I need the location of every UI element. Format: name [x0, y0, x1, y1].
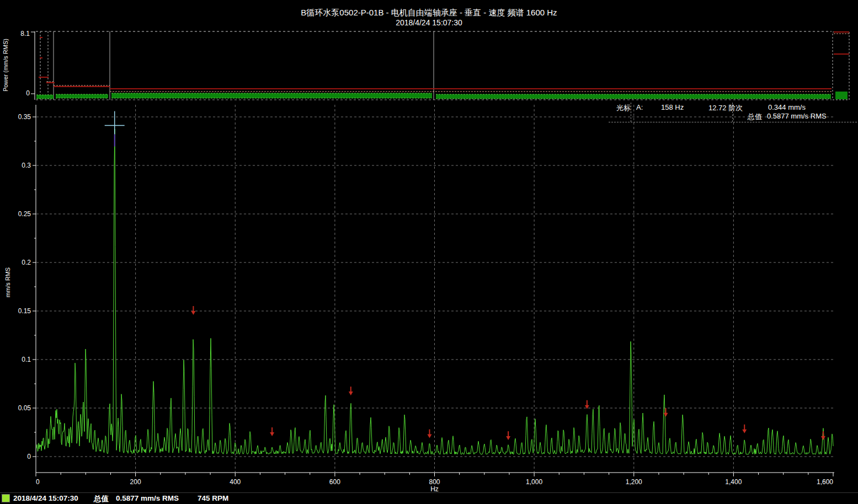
status-timestamp: 2018/4/24 15:07:30 [13, 494, 78, 502]
overview-green-bar [36, 95, 54, 99]
cursor-point-id: A: [636, 103, 643, 111]
status-total-value: 0.5877 mm/s RMS [116, 494, 179, 502]
overview-green-bar [436, 94, 831, 99]
overview-alarm-mark [40, 57, 42, 58]
overview-alarm-mark [40, 37, 42, 38]
x-tick-label: 1,200 [626, 478, 642, 486]
harmonic-marker-arrowhead [191, 311, 195, 315]
harmonic-marker-arrowhead [270, 432, 274, 436]
status-rpm: 745 RPM [198, 494, 228, 502]
overview-rightbox [833, 32, 849, 100]
x-tick-label: 1,600 [817, 478, 833, 486]
cursor-order-value: 12.72 阶次 [708, 103, 743, 113]
cursor-frequency-value: 158 Hz [661, 103, 684, 111]
x-tick-label: 1,000 [526, 478, 542, 486]
main-xlabel: Hz [430, 485, 439, 492]
x-tick-label: 400 [230, 478, 241, 486]
harmonic-marker-arrowhead [664, 413, 668, 417]
chart-header: B循环水泵0502-P-01B - 电机自由端轴承座 - 垂直 - 速度 频谱 … [0, 8, 858, 28]
harmonic-marker-arrowhead [821, 436, 825, 440]
status-color-swatch-icon [2, 495, 9, 502]
overview-green-bar [111, 93, 432, 98]
overview-ylabel: Power (mm/s RMS) [2, 39, 9, 92]
chart-timestamp: 2018/4/24 15:07:30 [0, 18, 858, 28]
main-ylabel: mm/s RMS [4, 267, 11, 297]
overall-value: 0.5877 mm/s RMS [767, 112, 827, 120]
overall-value-label: 总值 [748, 112, 762, 122]
x-tick-label: 1,400 [725, 478, 742, 486]
chart-title: B循环水泵0502-P-01B - 电机自由端轴承座 - 垂直 - 速度 频谱 … [0, 8, 858, 18]
y-tick-label: 0.25 [18, 210, 31, 218]
x-tick-label: 600 [329, 478, 340, 486]
overview-green-bar [56, 94, 108, 98]
overview-ymin-label: 0 [26, 89, 30, 97]
status-total-label: 总值 [94, 494, 109, 504]
x-tick-label: 0 [36, 478, 40, 486]
y-tick-label: 0.2 [22, 259, 31, 266]
overview-green-bar [835, 92, 848, 99]
cursor-panel-divider [631, 103, 631, 122]
y-tick-label: 0.15 [18, 307, 31, 315]
y-tick-label: 0.1 [22, 356, 31, 363]
harmonic-marker-arrowhead [506, 436, 510, 440]
x-tick-label: 200 [130, 478, 141, 486]
overview-ymax-label: 8.1 [20, 30, 30, 37]
status-bar: 2018/4/24 15:07:30 总值 0.5877 mm/s RMS 74… [0, 492, 858, 504]
y-tick-label: 0 [27, 453, 31, 460]
y-tick-label: 0.35 [18, 113, 31, 121]
spectrum-chart-canvas[interactable]: Power (mm/s RMS)8.10mm/s RMS00.050.10.15… [0, 0, 858, 492]
cursor-amplitude-value: 0.344 mm/s [768, 103, 806, 111]
harmonic-marker-arrowhead [349, 392, 353, 395]
cursor-label: 光标 [616, 103, 631, 113]
harmonic-marker-arrowhead [585, 405, 589, 409]
harmonic-marker-arrowhead [742, 430, 747, 433]
x-tick-label: 800 [429, 478, 440, 486]
harmonic-marker-arrowhead [427, 435, 431, 438]
cursor-panel-divider [609, 122, 857, 122]
spectrum-analyzer-window: B循环水泵0502-P-01B - 电机自由端轴承座 - 垂直 - 速度 频谱 … [0, 0, 858, 504]
y-tick-label: 0.05 [18, 404, 31, 412]
y-tick-label: 0.3 [22, 162, 31, 169]
